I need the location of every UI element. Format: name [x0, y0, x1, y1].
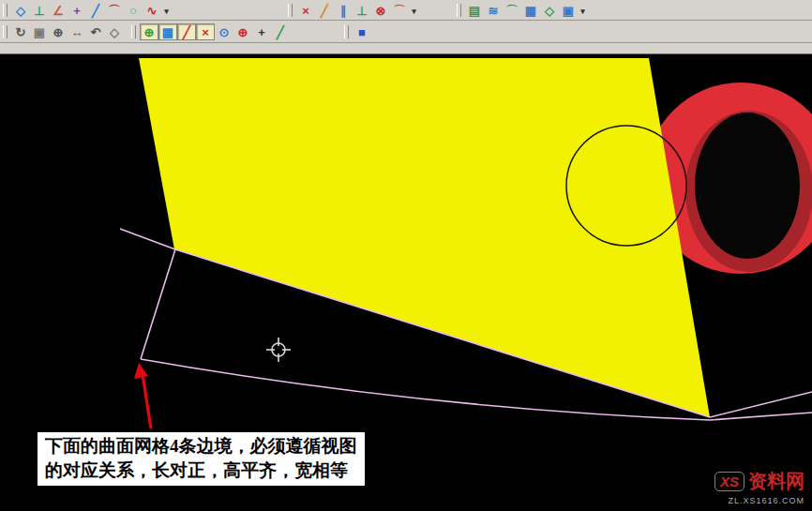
bridge-curve-icon[interactable]: ⌒: [390, 2, 409, 19]
yellow-sheet-surface[interactable]: [139, 58, 710, 417]
toolbar-top: ◇⊥∠+╱⌒○∿▾ ×╱∥⊥⊗⌒▾ ▤≋⌒▦◇▣▾: [0, 0, 812, 21]
arc-icon[interactable]: ⌒: [105, 2, 124, 19]
toolbar-group-view: ↻▣⊕↔↶◇: [0, 21, 127, 42]
offset-surface-icon[interactable]: ▣: [559, 2, 578, 19]
annotation-line-1: 下面的曲面网格4条边境，必须遵循视图: [45, 434, 357, 458]
mesh-boundary-left-curves[interactable]: [120, 229, 175, 359]
toolbar-group-datum-curve: ◇⊥∠+╱⌒○∿▾: [0, 0, 174, 20]
toolbar-dock: [0, 43, 812, 54]
offset-curve-icon[interactable]: ∥: [334, 2, 353, 19]
datum-axis-icon[interactable]: ⊥: [30, 2, 49, 19]
snap-quadrant-icon[interactable]: ⊕: [233, 23, 252, 40]
snap-center-icon[interactable]: ⊙: [215, 23, 233, 40]
snap-endpoint-icon[interactable]: ╱: [177, 23, 196, 40]
swept-surface-icon[interactable]: ⌒: [503, 2, 521, 19]
project-curve-icon[interactable]: ⊥: [353, 2, 371, 19]
toolbar-group-curve-edit: ×╱∥⊥⊗⌒▾: [285, 0, 422, 20]
through-curves-icon[interactable]: ≋: [484, 2, 503, 19]
divide-curve-icon[interactable]: ╱: [315, 2, 334, 19]
curve-edit-dropdown-arrow[interactable]: ▾: [409, 2, 419, 19]
toolbar-second: ↻▣⊕↔↶◇ ⊕▦╱×⊙⊕+╱ ■: [0, 21, 812, 43]
annotation-box: 下面的曲面网格4条边境，必须遵循视图 的对应关系，长对正，高平齐，宽相等: [36, 430, 367, 488]
snap-midpoint-icon[interactable]: ⊕: [140, 23, 158, 40]
fit-view-icon[interactable]: ▣: [30, 23, 49, 40]
toolbar-group-surface: ▤≋⌒▦◇▣▾: [454, 0, 591, 20]
viewport-canvas[interactable]: 下面的曲面网格4条边境，必须遵循视图 的对应关系，长对正，高平齐，宽相等 XS …: [0, 54, 812, 511]
mesh-boundary-bottom-curve[interactable]: [141, 359, 812, 420]
toolbar-group-display: ■: [341, 21, 374, 42]
toolbar-group-snap: ⊕▦╱×⊙⊕+╱: [128, 21, 293, 42]
rotate-view-icon[interactable]: ↶: [86, 23, 105, 40]
point-icon[interactable]: +: [68, 2, 86, 19]
snap-existing-point-icon[interactable]: +: [252, 23, 271, 40]
callout-arrow-head: [134, 363, 148, 379]
curve-mesh-surface-icon[interactable]: ▦: [521, 2, 540, 19]
circle-icon[interactable]: ○: [124, 2, 143, 19]
snap-grid-icon[interactable]: ▦: [158, 23, 177, 40]
zoom-icon[interactable]: ⊕: [49, 23, 68, 40]
crosshair-cursor-icon: [266, 338, 291, 362]
intersection-curve-icon[interactable]: ⊗: [371, 2, 390, 19]
callout-arrow-shaft: [143, 374, 151, 428]
pan-icon[interactable]: ↔: [68, 23, 86, 40]
solid-cube-icon[interactable]: ■: [353, 23, 371, 40]
line-icon[interactable]: ╱: [86, 2, 105, 19]
watermark: XS 资料网 ZL.XS1616.COM: [714, 469, 804, 505]
watermark-name: 资料网: [748, 469, 804, 494]
ruled-surface-icon[interactable]: ▤: [465, 2, 484, 19]
spline-icon[interactable]: ∿: [143, 2, 161, 19]
perspective-icon[interactable]: ◇: [105, 23, 124, 40]
snap-tangent-icon[interactable]: ╱: [271, 23, 290, 40]
red-tube-hole: [695, 113, 800, 259]
trim-curve-icon[interactable]: ×: [296, 2, 315, 19]
n-sided-surface-icon[interactable]: ◇: [540, 2, 559, 19]
surface-dropdown-arrow[interactable]: ▾: [578, 2, 588, 19]
snap-intersection-icon[interactable]: ×: [196, 23, 215, 40]
refresh-view-icon[interactable]: ↻: [11, 23, 30, 40]
datum-plane-icon[interactable]: ◇: [11, 2, 30, 19]
curve-dropdown-arrow[interactable]: ▾: [161, 2, 172, 19]
cad-window: ◇⊥∠+╱⌒○∿▾ ×╱∥⊥⊗⌒▾ ▤≋⌒▦◇▣▾ ↻▣⊕↔↶◇ ⊕▦╱×⊙⊕+…: [0, 0, 812, 511]
datum-csys-icon[interactable]: ∠: [49, 2, 68, 19]
watermark-logo: XS: [714, 472, 744, 491]
watermark-url: ZL.XS1616.COM: [714, 496, 804, 505]
annotation-line-2: 的对应关系，长对正，高平齐，宽相等: [45, 458, 357, 483]
